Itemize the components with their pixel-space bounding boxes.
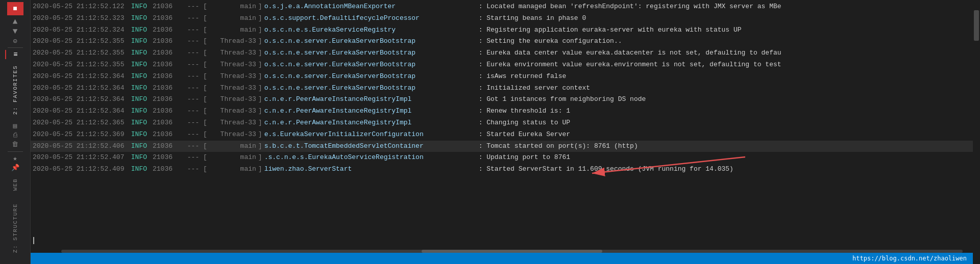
- right-scrollbar[interactable]: [973, 0, 980, 264]
- log-bracket-r: ]: [258, 60, 264, 70]
- log-level: INFO: [127, 152, 153, 163]
- log-class: c.n.e.r.PeerAwareInstanceRegistryImpl: [264, 94, 479, 105]
- log-sep: ---: [183, 25, 203, 36]
- up-button[interactable]: ▲: [5, 17, 26, 27]
- log-thread: main: [207, 164, 258, 175]
- log-message: : Got 1 instances from neighboring DS no…: [479, 94, 969, 105]
- pin-button[interactable]: 📌: [5, 163, 26, 172]
- log-thread: Thread-33: [207, 36, 258, 47]
- log-bracket-l: [: [203, 71, 207, 82]
- log-row: 2020-05-25 21:12:52.364 INFO 21036 --- […: [31, 83, 973, 94]
- log-class: o.s.c.n.e.server.EurekaServerBootstrap: [264, 48, 479, 59]
- log-thread: Thread-33: [207, 71, 258, 82]
- list-icon: ≡: [13, 50, 17, 59]
- log-thread-id: 21036: [153, 118, 183, 128]
- star-button[interactable]: ★: [5, 153, 26, 163]
- log-row: 2020-05-25 21:12:52.407 INFO 21036 --- […: [31, 152, 973, 164]
- log-timestamp: 2020-05-25 21:12:52.406: [33, 141, 127, 152]
- log-level: INFO: [127, 106, 153, 117]
- log-container: 2020-05-25 21:12:52.122 INFO 21036 --- […: [31, 0, 973, 236]
- log-message: : isAws returned false: [479, 71, 969, 82]
- log-level: INFO: [127, 118, 153, 128]
- horizontal-scrollbar[interactable]: [31, 248, 973, 253]
- log-row: 2020-05-25 21:12:52.364 INFO 21036 --- […: [31, 71, 973, 83]
- log-thread-id: 21036: [153, 25, 183, 36]
- divider-1: [8, 47, 23, 48]
- right-scroll-thumb[interactable]: [974, 10, 979, 41]
- log-timestamp: 2020-05-25 21:12:52.355: [33, 60, 127, 70]
- log-thread: main: [207, 13, 258, 24]
- log-class: e.s.EurekaServerInitializerConfiguration: [264, 129, 479, 140]
- list-button[interactable]: ≡: [5, 50, 26, 59]
- log-bracket-l: [: [203, 129, 207, 140]
- log-sep: ---: [183, 48, 203, 59]
- log-bracket-r: ]: [258, 48, 264, 59]
- log-message: : Renew threshold is: 1: [479, 106, 969, 117]
- web-label: Web: [12, 178, 18, 191]
- log-level: INFO: [127, 60, 153, 70]
- log-class: .s.c.n.e.s.EurekaAutoServiceRegistration: [264, 152, 479, 163]
- log-timestamp: 2020-05-25 21:12:52.364: [33, 71, 127, 82]
- scrollbar-thumb[interactable]: [422, 250, 602, 253]
- log-bracket-r: ]: [258, 36, 264, 47]
- log-message: : Setting the eureka configuration..: [479, 36, 969, 47]
- log-row: 2020-05-25 21:12:52.355 INFO 21036 --- […: [31, 47, 973, 59]
- log-timestamp: 2020-05-25 21:12:52.355: [33, 48, 127, 59]
- web-section: Web: [12, 174, 18, 195]
- status-bar: https://blog.csdn.net/zhaoliwen: [31, 253, 973, 264]
- stop-button[interactable]: ■: [7, 2, 23, 15]
- log-sep: ---: [183, 141, 203, 152]
- log-thread: main: [207, 141, 258, 152]
- log-thread-id: 21036: [153, 141, 183, 152]
- log-class: o.s.c.support.DefaultLifecycleProcessor: [264, 13, 479, 24]
- log-level: INFO: [127, 25, 153, 36]
- log-timestamp: 2020-05-25 21:12:52.409: [33, 164, 127, 175]
- log-sep: ---: [183, 13, 203, 24]
- print-button[interactable]: ⎙: [5, 130, 26, 140]
- log-message: : Started ServerStart in 11.609 seconds …: [479, 164, 969, 175]
- log-class: o.s.c.n.e.server.EurekaServerBootstrap: [264, 83, 479, 94]
- log-bracket-r: ]: [258, 2, 264, 12]
- log-bracket-l: [: [203, 83, 207, 94]
- trash-button[interactable]: 🗑: [5, 140, 26, 149]
- log-message: : Tomcat started on port(s): 8761 (http): [479, 141, 969, 152]
- log-bracket-r: ]: [258, 13, 264, 24]
- log-timestamp: 2020-05-25 21:12:52.323: [33, 13, 127, 24]
- log-thread: Thread-33: [207, 118, 258, 128]
- log-sep: ---: [183, 60, 203, 70]
- log-thread: Thread-33: [207, 129, 258, 140]
- log-bracket-r: ]: [258, 94, 264, 105]
- log-class: c.n.e.r.PeerAwareInstanceRegistryImpl: [264, 106, 479, 117]
- log-message: : Initialized server context: [479, 83, 969, 94]
- log-bracket-r: ]: [258, 118, 264, 128]
- log-row: 2020-05-25 21:12:52.355 INFO 21036 --- […: [31, 36, 973, 47]
- log-timestamp: 2020-05-25 21:12:52.364: [33, 94, 127, 105]
- log-row: 2020-05-25 21:12:52.369 INFO 21036 --- […: [31, 129, 973, 141]
- log-class: o.s.c.n.e.server.EurekaServerBootstrap: [264, 71, 479, 82]
- grid-icon: ▤: [13, 122, 17, 130]
- down-button[interactable]: ▼: [5, 27, 26, 36]
- camera-button[interactable]: ⊙: [5, 36, 26, 45]
- log-class: o.s.j.e.a.AnnotationMBeanExporter: [264, 2, 479, 12]
- log-timestamp: 2020-05-25 21:12:52.407: [33, 152, 127, 163]
- status-url: https://blog.csdn.net/zhaoliwen: [852, 255, 967, 262]
- grid-button[interactable]: ▤: [5, 121, 26, 130]
- log-bracket-r: ]: [258, 83, 264, 94]
- log-bracket-r: ]: [258, 141, 264, 152]
- log-level: INFO: [127, 48, 153, 59]
- log-timestamp: 2020-05-25 21:12:52.365: [33, 118, 127, 128]
- log-thread: Thread-33: [207, 94, 258, 105]
- log-thread: main: [207, 25, 258, 36]
- log-level: INFO: [127, 71, 153, 82]
- log-class: s.b.c.e.t.TomcatEmbeddedServletContainer: [264, 141, 479, 152]
- text-cursor: [33, 237, 34, 244]
- log-row: 2020-05-25 21:12:52.409 INFO 21036 --- […: [31, 164, 973, 175]
- star-icon: ★: [13, 154, 17, 163]
- log-bracket-l: [: [203, 118, 207, 128]
- log-sep: ---: [183, 152, 203, 163]
- log-thread: main: [207, 152, 258, 163]
- log-row: 2020-05-25 21:12:52.364 INFO 21036 --- […: [31, 105, 973, 117]
- log-sep: ---: [183, 106, 203, 117]
- log-row: 2020-05-25 21:12:52.323 INFO 21036 --- […: [31, 13, 973, 24]
- camera-icon: ⊙: [13, 37, 17, 45]
